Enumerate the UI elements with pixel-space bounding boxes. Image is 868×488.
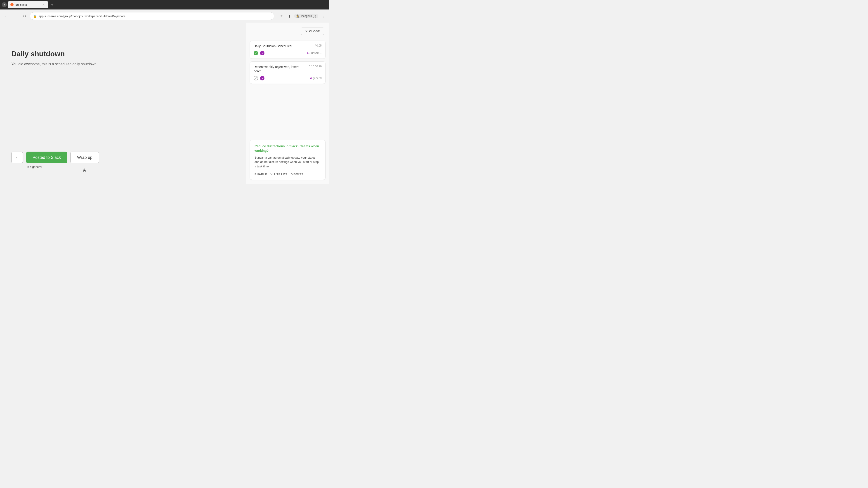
dismiss-button[interactable]: DISMISS — [290, 172, 303, 176]
back-nav-button[interactable]: ← — [11, 152, 23, 163]
incognito-badge[interactable]: 🕵 Incognito (2) — [294, 14, 318, 18]
page-bottom: ← Posted to Slack Wrap up in # general — [11, 152, 235, 175]
action-buttons: ← Posted to Slack Wrap up — [11, 152, 235, 163]
close-label: CLOSE — [309, 30, 320, 33]
task-channel-name: general — [313, 76, 322, 80]
task-channel-hash: # — [307, 52, 309, 55]
tab-favicon — [10, 3, 13, 6]
task-timer-icon: ● — [260, 51, 265, 55]
incognito-label: Incognito (2) — [301, 14, 316, 18]
task-channel: # Sunsam... — [307, 52, 322, 55]
task-channel-hash: # — [310, 76, 312, 80]
address-bar[interactable]: 🔒 app.sunsama.com/group/moodjoy_workspac… — [30, 12, 274, 20]
reload-button[interactable]: ↺ — [21, 12, 28, 20]
task-card: Recent weekly objectives, insert here: 0… — [250, 61, 326, 84]
page-title: Daily shutdown — [11, 50, 235, 58]
task-icons: ✓ ● — [254, 76, 265, 80]
task-card-footer: ✓ ● # general — [254, 76, 322, 80]
tab-nav-dropdown[interactable]: ▼ — [2, 2, 7, 7]
browser-chrome: ▼ Sunsama ✕ + ← → ↺ 🔒 app.sunsama.com/gr… — [0, 0, 329, 23]
posted-in-label: in — [27, 165, 30, 168]
nav-actions: ☆ ▮ 🕵 Incognito (2) ⋮ — [278, 13, 327, 20]
task-time: --:-- / 0:05 — [310, 44, 322, 47]
task-card: Daily Shutdown-Scheduled --:-- / 0:05 ✓ … — [250, 41, 326, 59]
tab-title: Sunsama — [16, 3, 27, 6]
posted-info: in # general — [27, 165, 235, 168]
posted-to-slack-button[interactable]: Posted to Slack — [26, 152, 67, 163]
task-card-title: Daily Shutdown-Scheduled — [254, 44, 291, 48]
close-icon: ✕ — [305, 30, 308, 33]
task-channel-name: Sunsam... — [309, 52, 322, 55]
page-top: Daily shutdown You did awesome, this is … — [11, 32, 235, 152]
nav-bar: ← → ↺ 🔒 app.sunsama.com/group/moodjoy_wo… — [0, 9, 329, 23]
task-icons: ✓ ● — [254, 51, 265, 55]
page-content: Daily shutdown You did awesome, this is … — [0, 23, 246, 184]
incognito-icon: 🕵 — [296, 14, 300, 18]
posted-channel: # general — [30, 165, 42, 168]
wrap-up-button[interactable]: Wrap up — [70, 152, 99, 163]
promo-actions: ENABLE VIA TEAMS DISMISS — [254, 172, 321, 176]
tab-close-button[interactable]: ✕ — [41, 3, 46, 7]
task-check-icon: ✓ — [254, 51, 258, 55]
tab-bar: ▼ Sunsama ✕ + — [0, 0, 329, 9]
promo-body: Sunsama can automatically update your st… — [254, 156, 321, 169]
secure-icon: 🔒 — [33, 14, 37, 18]
task-card-footer: ✓ ● # Sunsam... — [254, 51, 322, 55]
back-button[interactable]: ← — [3, 12, 10, 20]
task-time: 0:10 / 0:20 — [309, 65, 322, 68]
task-card-header: Recent weekly objectives, insert here: 0… — [254, 65, 322, 74]
task-channel: # general — [310, 76, 322, 80]
task-card-title: Recent weekly objectives, insert here: — [254, 65, 303, 74]
sidebar-button[interactable]: ▮ — [286, 13, 293, 20]
enable-button[interactable]: ENABLE — [254, 172, 267, 176]
page-subtitle: You did awesome, this is a scheduled dai… — [11, 62, 235, 66]
task-card-header: Daily Shutdown-Scheduled --:-- / 0:05 — [254, 44, 322, 48]
menu-button[interactable]: ⋮ — [320, 13, 327, 20]
promo-title: Reduce distractions in Slack / Teams whe… — [254, 144, 321, 153]
main-area: Daily shutdown You did awesome, this is … — [0, 23, 329, 184]
right-panel: ✕ CLOSE Daily Shutdown-Scheduled --:-- /… — [246, 23, 329, 184]
via-teams-button[interactable]: VIA TEAMS — [270, 172, 287, 176]
promo-card: Reduce distractions in Slack / Teams whe… — [250, 140, 326, 180]
bookmark-button[interactable]: ☆ — [278, 13, 285, 20]
task-timer-icon: ● — [260, 76, 265, 80]
close-button[interactable]: ✕ CLOSE — [301, 28, 324, 35]
active-tab[interactable]: Sunsama ✕ — [8, 1, 49, 8]
task-check-outline-icon: ✓ — [254, 76, 258, 80]
forward-button[interactable]: → — [12, 12, 19, 20]
new-tab-button[interactable]: + — [49, 2, 55, 8]
address-text: app.sunsama.com/group/moodjoy_workspace/… — [39, 14, 125, 18]
